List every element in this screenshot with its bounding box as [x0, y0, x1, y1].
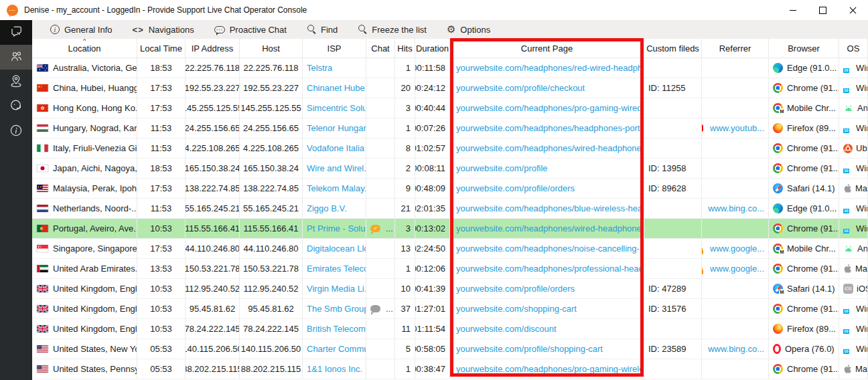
link[interactable]: Pt Prime - Solu...	[307, 223, 366, 233]
cell-page[interactable]: yourwebsite.com/headphones/wired-headpho…	[450, 219, 644, 238]
current-page-link[interactable]: yourwebsite.com/headphones/blue-wireless…	[454, 203, 644, 213]
cell-page[interactable]: yourwebsite.com/profile/shopping-cart	[450, 339, 644, 359]
cell-isp[interactable]: Wire and Wirel...	[303, 159, 366, 178]
table-row[interactable]: United Kingdom, Engl...10:5378.24.222.14…	[32, 319, 868, 339]
current-page-link[interactable]: yourwebsite.com/profile/orders	[454, 183, 575, 193]
toolbar-button-freeze-the-list[interactable]: Freeze the list	[349, 20, 435, 39]
cell-page[interactable]: yourwebsite.com/headphones/headphones-po…	[450, 118, 644, 138]
cell-page[interactable]: yourwebsite.com/profile/orders	[450, 179, 644, 198]
cell-page[interactable]: yourwebsite.com/headphones/professional-…	[450, 259, 644, 278]
column-header-referrer[interactable]: Referrer	[702, 39, 769, 58]
cell-isp[interactable]: Vodafone Italia ...	[303, 138, 366, 158]
cell-page[interactable]: yourwebsite.com/headphones/pro-gaming-wi…	[450, 98, 644, 118]
current-page-link[interactable]: yourwebsite.com/profile/orders	[454, 284, 575, 294]
referrer-link[interactable]: www.bing.co...	[708, 203, 764, 213]
table-row[interactable]: Japan, Aichi, Nagoya, ...18:53165.150.38…	[32, 159, 868, 179]
close-button[interactable]	[838, 0, 868, 20]
cell-isp[interactable]: British Telecom...	[303, 319, 366, 339]
toolbar-button-general-info[interactable]: iGeneral Info	[42, 20, 121, 39]
cell-page[interactable]: yourwebsite.com/profile/checkout	[450, 78, 644, 98]
toolbar-button-proactive-chat[interactable]: ···Proactive Chat	[206, 20, 295, 39]
table-row[interactable]: China, Hubei, Huangg...17:53192.55.23.22…	[32, 78, 868, 98]
table-row[interactable]: Hungary, Nograd, Kar...11:5324.255.156.6…	[32, 118, 868, 138]
cell-isp[interactable]: Ziggo B.V.	[303, 199, 366, 218]
current-page-link[interactable]: yourwebsite.com/headphones/wired-headpho…	[454, 223, 644, 233]
link[interactable]: Charter Commu...	[307, 344, 366, 354]
column-header-isp[interactable]: ISP	[303, 39, 366, 58]
sidebar-item-geo-location[interactable]	[0, 70, 32, 94]
cell-referrer[interactable]: gwww.google...	[702, 259, 769, 278]
current-page-link[interactable]: yourwebsite.com/profile/checkout	[454, 83, 585, 93]
current-page-link[interactable]: yourwebsite.com/headphones/pro-gaming-wi…	[454, 103, 644, 113]
table-row[interactable]: Hong Kong, Hong Ko...17:53145.255.125.55…	[32, 98, 868, 118]
sidebar-item-visitors[interactable]	[0, 45, 32, 70]
table-row[interactable]: Italy, Friuli-Venezia Gi...11:534.225.10…	[32, 138, 868, 159]
toolbar-button-navigations[interactable]: <>Navigations	[124, 20, 203, 39]
cell-page[interactable]: yourwebsite.com/discount	[450, 319, 644, 339]
cell-page[interactable]: yourwebsite.com/headphones/red-wired-hea…	[450, 58, 644, 78]
column-header-ip[interactable]: IP Address	[186, 39, 240, 58]
column-header-chat[interactable]: Chat	[366, 39, 395, 58]
link[interactable]: The Smb Group	[307, 304, 366, 314]
cell-page[interactable]: yourwebsite.com/profile	[450, 159, 644, 178]
link[interactable]: 1&1 Ionos Inc.	[307, 364, 362, 374]
table-row[interactable]: United States, New Yo...05:53140.115.206…	[32, 339, 868, 359]
maximize-button[interactable]	[808, 0, 838, 20]
current-page-link[interactable]: yourwebsite.com/profile/shopping-cart	[454, 344, 603, 354]
table-row[interactable]: Netherlands, Noord-...11:5355.165.245.21…	[32, 199, 868, 219]
current-page-link[interactable]: yourwebsite.com/discount	[454, 324, 557, 334]
table-row[interactable]: United Kingdom, Engl...10:5395.45.81.629…	[32, 299, 868, 319]
link[interactable]: British Telecom...	[307, 324, 366, 334]
cell-isp[interactable]: Emirates Teleco...	[303, 259, 366, 278]
cell-page[interactable]: yourwebsite.com/headphones/wired-headpho…	[450, 138, 644, 158]
column-header-browser[interactable]: Browser	[769, 39, 839, 58]
cell-isp[interactable]: Charter Commu...	[303, 339, 366, 359]
column-header-duration[interactable]: Duration	[415, 39, 450, 58]
link[interactable]: Chinanet Hube...	[307, 83, 366, 93]
sidebar-item-operator[interactable]	[0, 94, 32, 119]
current-page-link[interactable]: yourwebsite.com/headphones/noise-cancell…	[454, 244, 644, 254]
column-header-custom[interactable]: Custom fileds	[644, 39, 702, 58]
referrer-link[interactable]: www.youtub...	[710, 123, 764, 133]
link[interactable]: Ziggo B.V.	[307, 203, 347, 213]
cell-isp[interactable]: Virgin Media Li...	[303, 279, 366, 298]
link[interactable]: Emirates Teleco...	[307, 264, 366, 274]
current-page-link[interactable]: yourwebsite.com/headphones/headphones-po…	[454, 123, 644, 133]
cell-page[interactable]: yourwebsite.com/shopping-cart	[450, 299, 644, 318]
sidebar-item-info[interactable]	[0, 119, 32, 144]
link[interactable]: Vodafone Italia ...	[307, 143, 366, 153]
sidebar-item-chats[interactable]	[0, 20, 32, 45]
column-header-location[interactable]: ^Location	[32, 39, 137, 58]
table-row[interactable]: United States, Pennsy...05:5388.202.215.…	[32, 359, 868, 379]
cell-isp[interactable]: Telekom Malay...	[303, 179, 366, 198]
cell-isp[interactable]: Chinanet Hube...	[303, 78, 366, 98]
column-header-host[interactable]: Host	[240, 39, 303, 58]
table-row[interactable]: United Kingdom, Engl...10:53112.95.240.5…	[32, 279, 868, 299]
link[interactable]: Digitalocean Llc	[307, 244, 366, 254]
table-row[interactable]: United Arab Emirates...13:53150.53.221.7…	[32, 259, 868, 279]
cell-referrer[interactable]: bwww.bing.co...	[702, 339, 769, 359]
column-header-time[interactable]: Local Time	[137, 39, 186, 58]
referrer-link[interactable]: www.google...	[710, 264, 764, 274]
current-page-link[interactable]: yourwebsite.com/headphones/wired-headpho…	[454, 143, 644, 153]
current-page-link[interactable]: yourwebsite.com/headphones/pro-gaming-wi…	[454, 364, 644, 374]
cell-page[interactable]: yourwebsite.com/headphones/pro-gaming-wi…	[450, 359, 644, 379]
current-page-link[interactable]: yourwebsite.com/profile	[454, 163, 548, 173]
link[interactable]: Virgin Media Li...	[307, 284, 366, 294]
cell-isp[interactable]: Telenor Hungar...	[303, 118, 366, 138]
link[interactable]: Simcentric Solu...	[307, 103, 366, 113]
table-row[interactable]: Australia, Victoria, Ge...18:5322.225.76…	[32, 58, 868, 78]
current-page-link[interactable]: yourwebsite.com/shopping-cart	[454, 304, 577, 314]
cell-page[interactable]: yourwebsite.com/headphones/blue-wireless…	[450, 199, 644, 218]
cell-referrer[interactable]: bwww.bing.co...	[702, 199, 769, 218]
link[interactable]: Wire and Wirel...	[307, 163, 366, 173]
cell-referrer[interactable]: gwww.google...	[702, 239, 769, 258]
table-row[interactable]: Malaysia, Perak, Ipoh, ...17:53138.222.7…	[32, 179, 868, 199]
table-row[interactable]: Singapore, Singapore...17:5344.110.246.8…	[32, 239, 868, 259]
minimize-button[interactable]	[778, 0, 808, 20]
column-header-os[interactable]: OS	[839, 39, 868, 58]
column-header-hits[interactable]: Hits	[395, 39, 415, 58]
cell-isp[interactable]: Simcentric Solu...	[303, 98, 366, 118]
referrer-link[interactable]: www.google...	[710, 244, 764, 254]
cell-isp[interactable]: The Smb Group	[303, 299, 366, 318]
